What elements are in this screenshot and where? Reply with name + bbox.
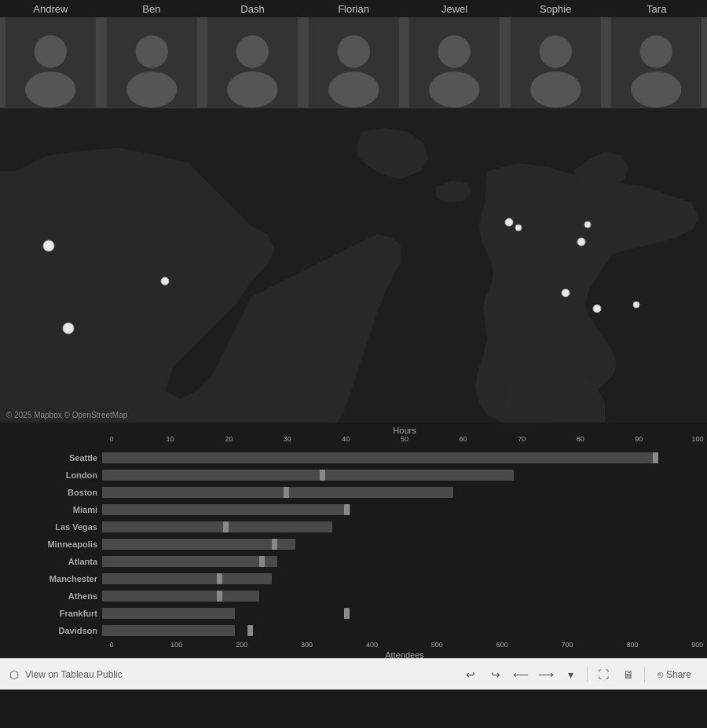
- svg-point-27: [577, 238, 585, 246]
- bar-row-athens: [102, 588, 707, 604]
- svg-point-13: [438, 35, 471, 68]
- svg-point-5: [126, 71, 177, 108]
- bar-marker: [320, 470, 325, 481]
- bar-marker: [259, 556, 265, 567]
- svg-point-26: [515, 225, 522, 231]
- team-member-andrew: Andrew: [0, 0, 101, 108]
- map-container: © 2025 Mapbox © OpenStreetMap: [0, 108, 707, 423]
- bar-marker: [217, 573, 222, 584]
- bar-marker: [247, 625, 253, 636]
- bar-row-miami: [102, 502, 707, 518]
- bar-marker: [272, 539, 277, 550]
- svg-point-11: [328, 71, 379, 108]
- bar-bg: [102, 608, 235, 619]
- team-member-dash: Dash: [202, 0, 303, 108]
- svg-point-10: [337, 35, 369, 68]
- attendees-axis-label: Attendees: [0, 649, 707, 661]
- bar-bg: [102, 504, 350, 515]
- member-name: Sophie: [505, 0, 606, 17]
- redo-button[interactable]: ↪: [486, 665, 505, 684]
- bar-bg: [102, 556, 277, 567]
- back-button[interactable]: ⟵: [511, 665, 530, 684]
- bar-marker: [217, 591, 222, 602]
- member-name: Jewel: [404, 0, 505, 17]
- bar-bg: [102, 487, 453, 498]
- y-label-athens: Athens: [0, 587, 97, 605]
- x-tick-90: 90: [631, 435, 647, 449]
- x-axis-bottom-area: 0 100 200 300 400 500 600 700 800 900: [0, 639, 707, 649]
- svg-point-25: [505, 218, 513, 226]
- svg-point-24: [63, 323, 74, 334]
- fullscreen-button[interactable]: ⛶: [594, 665, 613, 684]
- y-label-seattle: Seattle: [0, 449, 97, 466]
- chart-container: Hours SeattleLondonBostonMiamiLas VegasM…: [0, 423, 707, 658]
- x-bot-500: 500: [429, 641, 445, 649]
- y-label-manchester: Manchester: [0, 570, 97, 587]
- bar-row-frankfurt: [102, 605, 707, 621]
- svg-point-8: [227, 71, 277, 108]
- bar-bg: [102, 452, 658, 463]
- share-label: Share: [666, 669, 691, 680]
- x-tick-100: 100: [690, 435, 705, 449]
- svg-point-29: [562, 289, 570, 297]
- bar-row-minneapolis: [102, 536, 707, 552]
- bar-marker: [284, 487, 289, 498]
- bar-marker: [223, 521, 229, 532]
- bars-area: 0 10 20 30 40 50 60 70 80 90 100: [102, 435, 707, 639]
- team-member-jewel: Jewel: [404, 0, 505, 108]
- member-name: Florian: [303, 0, 405, 17]
- x-bot-100: 100: [169, 641, 185, 649]
- view-on-tableau-label[interactable]: View on Tableau Public: [25, 669, 123, 680]
- x-tick-50: 50: [397, 435, 412, 449]
- undo-button[interactable]: ↩: [461, 665, 480, 684]
- bar-row-seattle: [102, 450, 707, 466]
- share-button[interactable]: ⎋ Share: [651, 667, 698, 682]
- x-bot-0: 0: [104, 641, 119, 649]
- team-header: Andrew Ben Dash Florian: [0, 0, 707, 108]
- bar-row-davidson: [102, 623, 707, 638]
- member-name: Andrew: [0, 0, 101, 17]
- svg-point-16: [539, 35, 571, 68]
- bar-bg: [102, 591, 259, 602]
- x-tick-80: 80: [573, 435, 588, 449]
- y-axis: SeattleLondonBostonMiamiLas VegasMinneap…: [0, 435, 102, 639]
- svg-point-20: [632, 71, 682, 108]
- svg-point-30: [593, 305, 601, 313]
- device-button[interactable]: 🖥: [619, 665, 638, 684]
- y-label-minneapolis: Minneapolis: [0, 536, 97, 553]
- team-member-tara: Tara: [606, 0, 707, 108]
- bar-row-las vegas: [102, 519, 707, 535]
- member-name: Tara: [606, 0, 707, 17]
- x-tick-30: 30: [280, 435, 295, 449]
- x-bot-200: 200: [234, 641, 250, 649]
- x-axis-top: 0 10 20 30 40 50 60 70 80 90 100: [102, 435, 707, 449]
- bar-row-atlanta: [102, 554, 707, 569]
- hours-axis-label: Hours: [0, 423, 707, 435]
- bar-row-london: [102, 467, 707, 483]
- separator-2: [644, 667, 645, 682]
- tableau-icon: ⬡: [9, 668, 19, 681]
- y-label-miami: Miami: [0, 501, 97, 518]
- x-tick-40: 40: [338, 435, 354, 449]
- svg-point-17: [530, 71, 581, 108]
- dropdown-button[interactable]: ▾: [562, 665, 581, 684]
- bar-marker: [344, 504, 350, 515]
- svg-point-2: [25, 71, 75, 108]
- member-photo: [101, 17, 203, 108]
- member-name: Dash: [202, 0, 303, 17]
- y-label-frankfurt: Frankfurt: [0, 605, 97, 622]
- bar-bg: [102, 539, 295, 550]
- x-bot-800: 800: [625, 641, 640, 649]
- svg-point-28: [584, 221, 591, 228]
- bar-marker: [344, 608, 350, 619]
- bar-bg: [102, 521, 332, 532]
- svg-point-4: [135, 35, 167, 68]
- member-photo: [0, 17, 101, 108]
- svg-point-31: [633, 302, 639, 308]
- forward-button[interactable]: ⟶: [537, 665, 555, 684]
- x-tick-60: 60: [456, 435, 471, 449]
- svg-point-14: [429, 71, 479, 108]
- y-label-davidson: Davidson: [0, 622, 97, 639]
- bar-row-boston: [102, 485, 707, 500]
- y-label-las vegas: Las Vegas: [0, 518, 97, 536]
